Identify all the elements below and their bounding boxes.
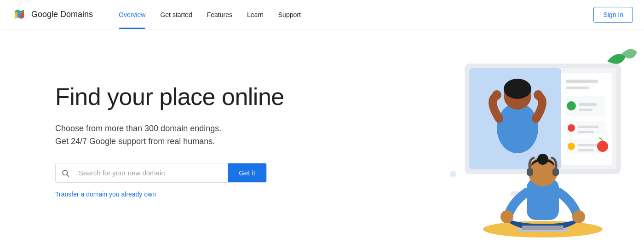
hero-subtitle-line2: Get 24/7 Google support from real humans… xyxy=(55,137,215,146)
nav-item-support[interactable]: Support xyxy=(271,0,308,29)
illustration-svg xyxy=(382,36,639,243)
site-header: Google Domains Overview Get started Feat… xyxy=(0,0,644,29)
logo-area[interactable]: Google Domains xyxy=(11,6,93,23)
svg-rect-33 xyxy=(552,168,559,176)
svg-point-24 xyxy=(568,143,575,150)
svg-point-20 xyxy=(568,124,575,132)
svg-line-1 xyxy=(67,174,69,176)
svg-point-7 xyxy=(497,103,538,153)
svg-point-11 xyxy=(534,90,543,99)
svg-point-27 xyxy=(597,141,608,152)
hero-title: Find your place online xyxy=(55,83,284,111)
main-nav: Overview Get started Features Learn Supp… xyxy=(111,0,308,29)
svg-rect-25 xyxy=(578,144,598,146)
svg-rect-26 xyxy=(578,149,594,151)
nav-item-overview[interactable]: Overview xyxy=(111,0,153,29)
svg-rect-22 xyxy=(578,131,594,133)
search-icon xyxy=(56,169,75,177)
nav-item-features[interactable]: Features xyxy=(200,0,240,29)
hero-content: Find your place online Choose from more … xyxy=(55,74,284,198)
logo-text: Google Domains xyxy=(31,10,93,19)
svg-rect-18 xyxy=(579,109,592,111)
google-domains-logo-icon xyxy=(11,6,28,23)
svg-point-16 xyxy=(567,101,576,110)
svg-rect-14 xyxy=(566,87,589,89)
svg-point-31 xyxy=(537,154,548,165)
sign-in-button[interactable]: Sign In xyxy=(593,7,633,23)
svg-point-40 xyxy=(450,171,456,177)
svg-point-9 xyxy=(504,79,531,99)
svg-rect-37 xyxy=(522,226,564,230)
hero-illustration xyxy=(377,29,644,243)
get-it-button[interactable]: Get it xyxy=(228,163,266,182)
main-content: Find your place online Choose from more … xyxy=(0,29,644,243)
svg-rect-21 xyxy=(578,126,598,128)
hero-subtitle-line1: Choose from more than 300 domain endings… xyxy=(55,124,221,133)
nav-item-get-started[interactable]: Get started xyxy=(153,0,199,29)
transfer-domain-link[interactable]: Transfer a domain you already own xyxy=(55,191,156,198)
domain-search-input[interactable] xyxy=(75,163,228,182)
svg-point-10 xyxy=(492,90,501,99)
hero-subtitle: Choose from more than 300 domain endings… xyxy=(55,122,284,149)
svg-rect-17 xyxy=(579,103,597,106)
search-bar: Get it xyxy=(55,163,267,183)
svg-point-34 xyxy=(500,210,513,223)
nav-item-learn[interactable]: Learn xyxy=(240,0,271,29)
svg-rect-32 xyxy=(527,168,533,176)
svg-point-35 xyxy=(572,210,585,223)
svg-rect-13 xyxy=(566,80,598,83)
